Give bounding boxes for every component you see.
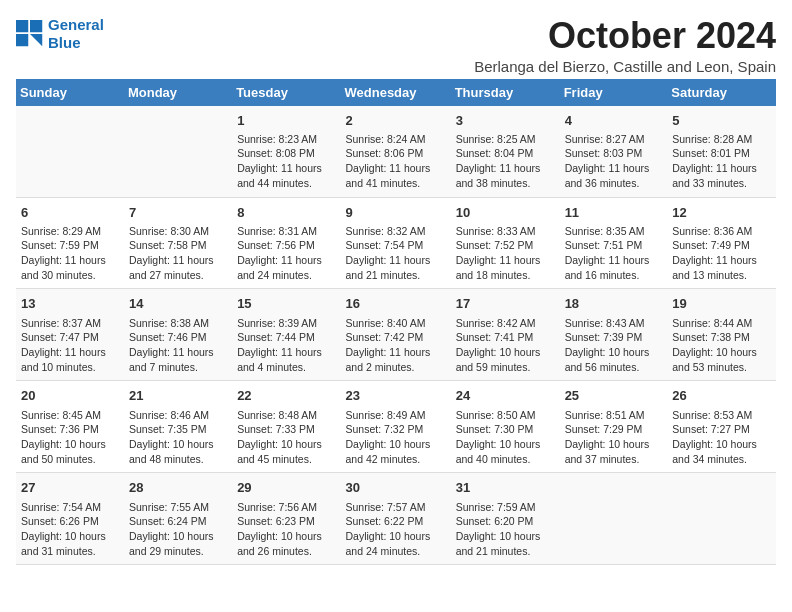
day-number: 3	[456, 112, 555, 130]
day-number: 7	[129, 204, 227, 222]
day-info: Sunrise: 7:57 AM Sunset: 6:22 PM Dayligh…	[346, 500, 446, 559]
calendar-cell	[667, 473, 776, 565]
calendar-cell: 7Sunrise: 8:30 AM Sunset: 7:58 PM Daylig…	[124, 197, 232, 289]
calendar-cell	[124, 106, 232, 197]
day-info: Sunrise: 8:53 AM Sunset: 7:27 PM Dayligh…	[672, 408, 771, 467]
calendar-cell: 24Sunrise: 8:50 AM Sunset: 7:30 PM Dayli…	[451, 381, 560, 473]
day-number: 9	[346, 204, 446, 222]
weekday-header: Wednesday	[341, 79, 451, 106]
day-info: Sunrise: 8:35 AM Sunset: 7:51 PM Dayligh…	[565, 224, 663, 283]
calendar-cell: 6Sunrise: 8:29 AM Sunset: 7:59 PM Daylig…	[16, 197, 124, 289]
day-info: Sunrise: 8:44 AM Sunset: 7:38 PM Dayligh…	[672, 316, 771, 375]
calendar-table: SundayMondayTuesdayWednesdayThursdayFrid…	[16, 79, 776, 566]
calendar-cell: 19Sunrise: 8:44 AM Sunset: 7:38 PM Dayli…	[667, 289, 776, 381]
day-info: Sunrise: 8:24 AM Sunset: 8:06 PM Dayligh…	[346, 132, 446, 191]
day-number: 21	[129, 387, 227, 405]
day-info: Sunrise: 7:59 AM Sunset: 6:20 PM Dayligh…	[456, 500, 555, 559]
calendar-cell: 23Sunrise: 8:49 AM Sunset: 7:32 PM Dayli…	[341, 381, 451, 473]
day-number: 11	[565, 204, 663, 222]
day-info: Sunrise: 8:23 AM Sunset: 8:08 PM Dayligh…	[237, 132, 335, 191]
day-info: Sunrise: 8:43 AM Sunset: 7:39 PM Dayligh…	[565, 316, 663, 375]
day-info: Sunrise: 8:48 AM Sunset: 7:33 PM Dayligh…	[237, 408, 335, 467]
day-info: Sunrise: 7:56 AM Sunset: 6:23 PM Dayligh…	[237, 500, 335, 559]
location: Berlanga del Bierzo, Castille and Leon, …	[474, 58, 776, 75]
day-info: Sunrise: 8:28 AM Sunset: 8:01 PM Dayligh…	[672, 132, 771, 191]
day-info: Sunrise: 8:37 AM Sunset: 7:47 PM Dayligh…	[21, 316, 119, 375]
calendar-cell: 15Sunrise: 8:39 AM Sunset: 7:44 PM Dayli…	[232, 289, 340, 381]
day-info: Sunrise: 8:30 AM Sunset: 7:58 PM Dayligh…	[129, 224, 227, 283]
page-header: General Blue October 2024 Berlanga del B…	[16, 16, 776, 75]
day-number: 26	[672, 387, 771, 405]
day-number: 19	[672, 295, 771, 313]
calendar-week-row: 20Sunrise: 8:45 AM Sunset: 7:36 PM Dayli…	[16, 381, 776, 473]
calendar-cell	[560, 473, 668, 565]
calendar-cell: 20Sunrise: 8:45 AM Sunset: 7:36 PM Dayli…	[16, 381, 124, 473]
calendar-cell: 14Sunrise: 8:38 AM Sunset: 7:46 PM Dayli…	[124, 289, 232, 381]
calendar-cell: 25Sunrise: 8:51 AM Sunset: 7:29 PM Dayli…	[560, 381, 668, 473]
calendar-cell: 18Sunrise: 8:43 AM Sunset: 7:39 PM Dayli…	[560, 289, 668, 381]
calendar-cell: 4Sunrise: 8:27 AM Sunset: 8:03 PM Daylig…	[560, 106, 668, 197]
weekday-header: Monday	[124, 79, 232, 106]
day-number: 14	[129, 295, 227, 313]
calendar-cell: 13Sunrise: 8:37 AM Sunset: 7:47 PM Dayli…	[16, 289, 124, 381]
day-number: 16	[346, 295, 446, 313]
day-number: 27	[21, 479, 119, 497]
svg-marker-3	[30, 34, 42, 46]
day-info: Sunrise: 8:33 AM Sunset: 7:52 PM Dayligh…	[456, 224, 555, 283]
calendar-cell: 10Sunrise: 8:33 AM Sunset: 7:52 PM Dayli…	[451, 197, 560, 289]
day-info: Sunrise: 8:27 AM Sunset: 8:03 PM Dayligh…	[565, 132, 663, 191]
calendar-week-row: 6Sunrise: 8:29 AM Sunset: 7:59 PM Daylig…	[16, 197, 776, 289]
calendar-header: SundayMondayTuesdayWednesdayThursdayFrid…	[16, 79, 776, 106]
calendar-cell: 29Sunrise: 7:56 AM Sunset: 6:23 PM Dayli…	[232, 473, 340, 565]
calendar-cell: 16Sunrise: 8:40 AM Sunset: 7:42 PM Dayli…	[341, 289, 451, 381]
day-number: 4	[565, 112, 663, 130]
day-number: 1	[237, 112, 335, 130]
calendar-cell: 17Sunrise: 8:42 AM Sunset: 7:41 PM Dayli…	[451, 289, 560, 381]
day-info: Sunrise: 8:51 AM Sunset: 7:29 PM Dayligh…	[565, 408, 663, 467]
day-info: Sunrise: 8:38 AM Sunset: 7:46 PM Dayligh…	[129, 316, 227, 375]
logo-line1: General	[48, 16, 104, 33]
svg-rect-2	[16, 34, 28, 46]
day-number: 17	[456, 295, 555, 313]
month-title: October 2024	[474, 16, 776, 56]
calendar-cell: 12Sunrise: 8:36 AM Sunset: 7:49 PM Dayli…	[667, 197, 776, 289]
day-info: Sunrise: 8:45 AM Sunset: 7:36 PM Dayligh…	[21, 408, 119, 467]
day-info: Sunrise: 8:25 AM Sunset: 8:04 PM Dayligh…	[456, 132, 555, 191]
calendar-cell: 22Sunrise: 8:48 AM Sunset: 7:33 PM Dayli…	[232, 381, 340, 473]
day-info: Sunrise: 8:40 AM Sunset: 7:42 PM Dayligh…	[346, 316, 446, 375]
calendar-cell: 21Sunrise: 8:46 AM Sunset: 7:35 PM Dayli…	[124, 381, 232, 473]
day-number: 24	[456, 387, 555, 405]
day-number: 22	[237, 387, 335, 405]
day-number: 13	[21, 295, 119, 313]
calendar-cell: 5Sunrise: 8:28 AM Sunset: 8:01 PM Daylig…	[667, 106, 776, 197]
day-info: Sunrise: 8:36 AM Sunset: 7:49 PM Dayligh…	[672, 224, 771, 283]
day-number: 10	[456, 204, 555, 222]
calendar-cell: 30Sunrise: 7:57 AM Sunset: 6:22 PM Dayli…	[341, 473, 451, 565]
day-info: Sunrise: 8:49 AM Sunset: 7:32 PM Dayligh…	[346, 408, 446, 467]
svg-rect-0	[16, 20, 28, 32]
day-number: 25	[565, 387, 663, 405]
day-info: Sunrise: 8:32 AM Sunset: 7:54 PM Dayligh…	[346, 224, 446, 283]
calendar-cell: 27Sunrise: 7:54 AM Sunset: 6:26 PM Dayli…	[16, 473, 124, 565]
day-number: 20	[21, 387, 119, 405]
day-number: 18	[565, 295, 663, 313]
day-number: 23	[346, 387, 446, 405]
day-number: 12	[672, 204, 771, 222]
day-number: 6	[21, 204, 119, 222]
day-number: 28	[129, 479, 227, 497]
day-info: Sunrise: 8:50 AM Sunset: 7:30 PM Dayligh…	[456, 408, 555, 467]
day-info: Sunrise: 8:46 AM Sunset: 7:35 PM Dayligh…	[129, 408, 227, 467]
logo-icon	[16, 20, 44, 48]
weekday-header: Tuesday	[232, 79, 340, 106]
day-number: 8	[237, 204, 335, 222]
day-info: Sunrise: 8:31 AM Sunset: 7:56 PM Dayligh…	[237, 224, 335, 283]
day-number: 30	[346, 479, 446, 497]
day-number: 31	[456, 479, 555, 497]
day-number: 29	[237, 479, 335, 497]
day-info: Sunrise: 7:54 AM Sunset: 6:26 PM Dayligh…	[21, 500, 119, 559]
logo: General Blue	[16, 16, 104, 52]
title-block: October 2024 Berlanga del Bierzo, Castil…	[474, 16, 776, 75]
day-number: 15	[237, 295, 335, 313]
weekday-header: Friday	[560, 79, 668, 106]
day-number: 2	[346, 112, 446, 130]
